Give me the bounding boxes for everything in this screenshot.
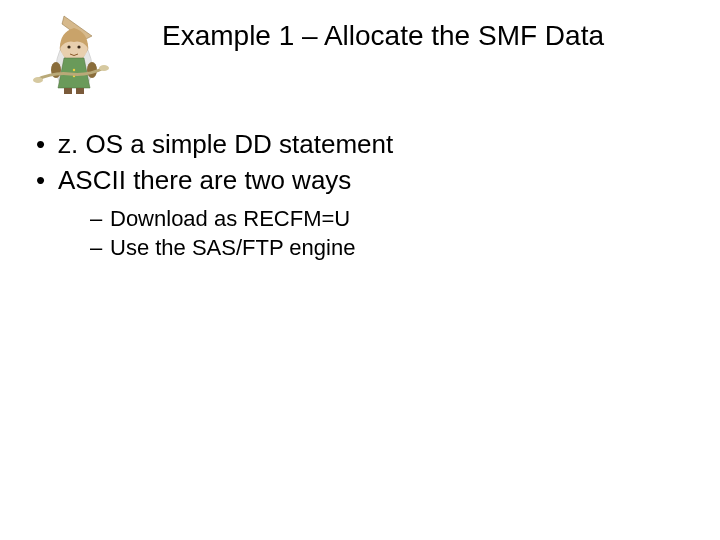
svg-rect-10 <box>64 88 72 94</box>
svg-point-2 <box>67 45 70 48</box>
bullet-text: z. OS a simple DD statement <box>58 129 393 159</box>
slide-body: z. OS a simple DD statement ASCII there … <box>28 128 688 265</box>
svg-point-8 <box>33 77 43 83</box>
bullet-item: z. OS a simple DD statement <box>28 128 688 162</box>
bullet-item: ASCII there are two ways Download as REC… <box>28 164 688 263</box>
slide-title: Example 1 – Allocate the SMF Data <box>162 20 682 52</box>
wizard-illustration-icon <box>30 14 120 96</box>
svg-rect-11 <box>76 88 84 94</box>
bullet-text: ASCII there are two ways <box>58 165 351 195</box>
slide: Example 1 – Allocate the SMF Data z. OS … <box>0 0 720 540</box>
sub-bullet-text: Download as RECFM=U <box>110 206 350 231</box>
sub-bullet-text: Use the SAS/FTP engine <box>110 235 355 260</box>
sub-bullet-item: Use the SAS/FTP engine <box>82 233 688 263</box>
svg-point-4 <box>73 69 75 71</box>
sub-bullet-item: Download as RECFM=U <box>82 204 688 234</box>
svg-point-9 <box>99 65 109 71</box>
svg-point-3 <box>77 45 80 48</box>
